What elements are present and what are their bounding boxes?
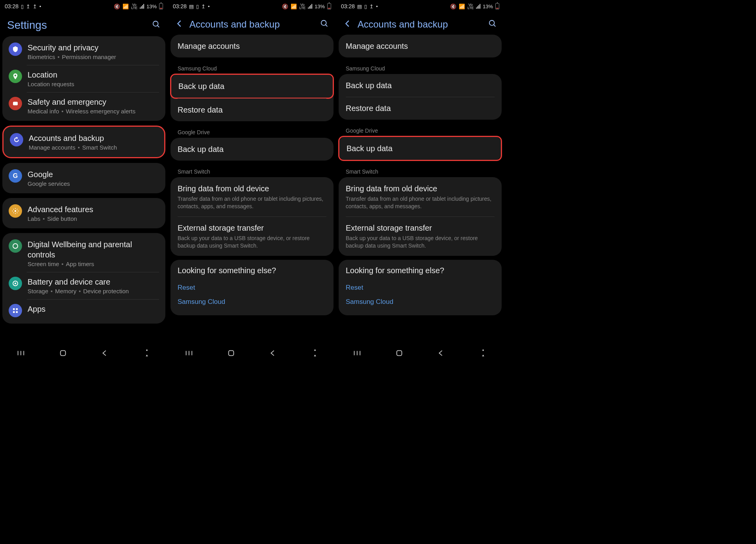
gear-icon — [9, 204, 22, 218]
item-restore-data[interactable]: Restore data — [339, 97, 502, 120]
row-subtitle: Biometrics•Permission manager — [28, 54, 159, 60]
svg-point-29 — [482, 350, 484, 351]
upload-icon: ↥ — [26, 4, 30, 9]
item-label: Manage accounts — [346, 41, 495, 51]
row-security-privacy[interactable]: Security and privacy Biometrics•Permissi… — [2, 38, 165, 65]
item-label: External storage transfer — [346, 223, 495, 233]
row-title: Safety and emergency — [28, 97, 159, 107]
svg-rect-10 — [16, 311, 18, 313]
nav-back[interactable] — [269, 349, 277, 359]
nav-home[interactable] — [59, 349, 67, 359]
row-digital-wellbeing[interactable]: Digital Wellbeing and parental controls … — [2, 235, 165, 272]
svg-rect-8 — [16, 308, 18, 310]
item-label: Bring data from old device — [346, 183, 495, 194]
item-external-storage[interactable]: External storage transfer Back up your d… — [339, 216, 502, 256]
item-external-storage[interactable]: External storage transfer Back up your d… — [170, 216, 334, 256]
nav-back[interactable] — [100, 349, 109, 359]
item-backup-data-google[interactable]: Back up data — [170, 138, 334, 161]
nav-accessibility[interactable] — [311, 349, 319, 359]
nav-bar — [336, 345, 504, 363]
nav-home[interactable] — [227, 349, 235, 359]
row-title: Battery and device care — [28, 277, 159, 287]
upload-icon: ↥ — [201, 4, 206, 9]
settings-group-accounts: Accounts and backup Manage accounts•Smar… — [2, 126, 165, 158]
nav-accessibility[interactable] — [143, 349, 151, 359]
svg-rect-2 — [13, 102, 18, 105]
row-subtitle: Labs•Side button — [28, 215, 159, 222]
item-backup-data-google[interactable]: Back up data — [338, 136, 502, 161]
svg-point-15 — [146, 350, 148, 351]
nav-bar — [168, 345, 336, 363]
item-label: Back up data — [346, 80, 495, 91]
search-icon[interactable] — [152, 20, 161, 30]
row-subtitle: Location requests — [28, 81, 159, 87]
sync-icon — [10, 133, 23, 146]
settings-group-advanced: Advanced features Labs•Side button — [2, 198, 165, 228]
row-google[interactable]: G Google Google services — [2, 165, 165, 192]
upload-icon: ↥ — [33, 4, 37, 9]
row-title: Digital Wellbeing and parental controls — [28, 239, 159, 260]
battery-icon — [159, 3, 163, 9]
backup-header: Accounts and backup — [168, 13, 336, 35]
nav-recents[interactable] — [353, 349, 361, 359]
svg-line-1 — [158, 26, 159, 28]
search-icon[interactable] — [320, 19, 329, 30]
row-title: Apps — [28, 304, 159, 314]
back-button[interactable] — [175, 19, 184, 30]
row-apps[interactable]: Apps — [2, 299, 165, 322]
settings-group-wellbeing: Digital Wellbeing and parental controls … — [2, 233, 165, 324]
status-bar: 03:28 ▯ ↥ ↥ • 🔇 📶 VoLTE 13% — [0, 0, 168, 13]
samsung-cloud-card: Back up data Restore data — [170, 74, 334, 121]
battery-status-icon: ▯ — [196, 4, 199, 9]
item-backup-data-samsung[interactable]: Back up data — [339, 74, 502, 97]
wifi-icon: 📶 — [291, 4, 297, 9]
back-button[interactable] — [343, 19, 352, 30]
svg-point-16 — [321, 20, 326, 26]
battery-status-icon: ▯ — [21, 4, 24, 9]
grid-icon — [9, 304, 22, 317]
settings-header: Settings — [0, 13, 168, 36]
google-drive-card: Back up data — [170, 138, 334, 161]
item-subtitle: Back up your data to a USB storage devic… — [178, 235, 326, 250]
row-battery-care[interactable]: Battery and device care Storage•Memory•D… — [2, 272, 165, 299]
nav-recents[interactable] — [185, 349, 193, 359]
item-manage-accounts[interactable]: Manage accounts — [170, 35, 334, 57]
nav-recents[interactable] — [17, 349, 25, 359]
row-location[interactable]: Location Location requests — [2, 65, 165, 92]
link-samsung-cloud[interactable]: Samsung Cloud — [178, 295, 326, 309]
mute-icon: 🔇 — [450, 4, 456, 9]
volte-icon: VoLTE — [467, 3, 474, 9]
link-samsung-cloud[interactable]: Samsung Cloud — [346, 295, 495, 309]
volte-icon: VoLTE — [131, 3, 137, 9]
item-restore-data[interactable]: Restore data — [170, 98, 334, 121]
google-icon: G — [9, 169, 22, 183]
link-reset[interactable]: Reset — [346, 281, 495, 295]
item-label: External storage transfer — [178, 223, 326, 233]
item-bring-data[interactable]: Bring data from old device Transfer data… — [339, 177, 502, 216]
nav-back[interactable] — [437, 349, 445, 359]
row-advanced-features[interactable]: Advanced features Labs•Side button — [2, 200, 165, 227]
alert-icon — [9, 97, 22, 110]
item-backup-data-samsung[interactable]: Back up data — [170, 74, 334, 99]
row-accounts-backup[interactable]: Accounts and backup Manage accounts•Smar… — [4, 128, 164, 155]
section-header-smart-switch: Smart Switch — [339, 165, 502, 177]
section-header-google-drive: Google Drive — [339, 124, 502, 136]
nav-home[interactable] — [395, 349, 404, 359]
more-icon: • — [39, 4, 41, 9]
link-reset[interactable]: Reset — [178, 281, 326, 295]
item-subtitle: Transfer data from an old phone or table… — [346, 195, 495, 210]
item-label: Back up data — [346, 143, 494, 154]
item-bring-data[interactable]: Bring data from old device Transfer data… — [170, 177, 334, 216]
svg-rect-7 — [13, 308, 15, 310]
nav-accessibility[interactable] — [479, 349, 487, 359]
smart-switch-card: Bring data from old device Transfer data… — [170, 177, 334, 256]
battery-percent: 13% — [146, 4, 157, 9]
svg-point-3 — [15, 210, 17, 212]
row-safety-emergency[interactable]: Safety and emergency Medical info•Wirele… — [2, 92, 165, 119]
search-icon[interactable] — [488, 19, 497, 30]
item-subtitle: Transfer data from an old phone or table… — [178, 195, 326, 210]
item-manage-accounts[interactable]: Manage accounts — [339, 35, 502, 57]
page-title: Accounts and backup — [189, 19, 320, 30]
settings-group-security: Security and privacy Biometrics•Permissi… — [2, 36, 165, 121]
volte-icon: VoLTE — [299, 3, 306, 9]
